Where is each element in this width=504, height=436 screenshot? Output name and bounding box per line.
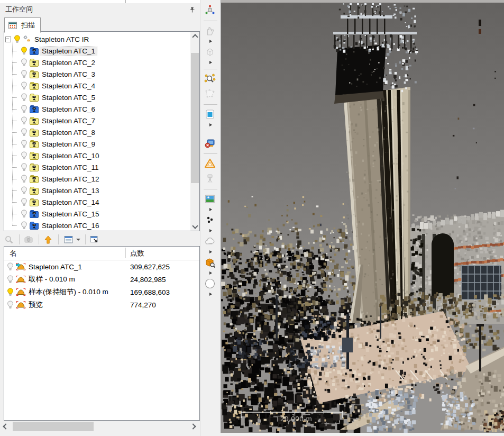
bulb-off-icon[interactable] (20, 163, 28, 171)
tree-item-label[interactable]: Stapleton ATC_12 (40, 175, 101, 184)
station-button[interactable] (203, 171, 218, 185)
bulb-off-icon[interactable] (20, 58, 28, 67)
sphere-button-flyout[interactable] (209, 292, 212, 297)
tree-item-label[interactable]: Stapleton ATC_8 (40, 128, 97, 137)
row-name[interactable]: 取样 - 0.010 m (29, 275, 75, 284)
pointcloud-render[interactable] (221, 0, 504, 433)
bulb-on-icon[interactable] (6, 288, 14, 296)
tree-scrollbar-thumb[interactable] (191, 53, 199, 183)
bulb-off-icon[interactable] (20, 186, 28, 195)
open-window-button[interactable] (87, 233, 104, 246)
image-mode-button-flyout[interactable] (209, 207, 212, 212)
scan-delete-button[interactable] (203, 136, 218, 150)
tree-item-stapleton-atc-15[interactable]: Stapleton ATC_15 (4, 208, 190, 220)
image-mode-button[interactable] (203, 192, 218, 206)
mesh-button[interactable] (203, 157, 218, 170)
pan-button[interactable] (203, 24, 218, 38)
tree-item-stapleton-atc-14[interactable]: Stapleton ATC_14 (4, 196, 190, 208)
limit-box-button[interactable] (203, 107, 218, 121)
row-name[interactable]: Stapleton ATC_1 (29, 263, 82, 271)
bulb-off-icon[interactable] (20, 93, 28, 102)
tree-item-label[interactable]: Stapleton ATC_4 (40, 81, 97, 90)
tree-item-label[interactable]: Stapleton ATC_16 (40, 221, 101, 230)
pin-panel-button[interactable] (188, 5, 198, 14)
tree-item-label[interactable]: Stapleton ATC_5 (40, 93, 97, 102)
bulb-off-icon[interactable] (20, 151, 28, 160)
bulb-off-icon[interactable] (6, 275, 14, 284)
tree-item-stapleton-atc-13[interactable]: Stapleton ATC_13 (4, 185, 190, 196)
tree-item-stapleton-atc-9[interactable]: Stapleton ATC_9 (4, 138, 190, 150)
bulb-off-icon[interactable] (20, 70, 28, 78)
tree-item-label[interactable]: Stapleton ATC_10 (40, 151, 101, 160)
box-zoom-button[interactable] (203, 256, 218, 269)
scroll-left-button[interactable] (0, 421, 10, 432)
cloud-button[interactable] (203, 234, 218, 248)
tree-item-stapleton-atc-7[interactable]: Stapleton ATC_7 (4, 115, 190, 126)
dropdown-caret-icon[interactable] (76, 239, 80, 241)
column-separator[interactable] (125, 248, 126, 258)
tree-item-label[interactable]: Stapleton ATC_2 (40, 58, 97, 67)
column-points-header[interactable]: 点数 (130, 249, 144, 258)
tree-item-label[interactable]: Stapleton ATC_6 (40, 105, 97, 114)
row-name[interactable]: 预览 (29, 300, 43, 310)
tree-item-stapleton-atc-16[interactable]: Stapleton ATC_16 (4, 220, 190, 231)
bulb-off-icon[interactable] (20, 105, 28, 113)
box-zoom-button-flyout[interactable] (209, 270, 212, 276)
tree-item-stapleton-atc-11[interactable]: Stapleton ATC_11 (4, 161, 190, 173)
bulb-off-icon[interactable] (6, 301, 14, 309)
tree-item-label[interactable]: Stapleton ATC_15 (40, 210, 101, 219)
home-viewcube-button[interactable] (203, 3, 218, 17)
bulb-off-icon[interactable] (20, 116, 28, 125)
zoom-search-button[interactable] (1, 233, 18, 246)
tree-item-stapleton-atc-3[interactable]: Stapleton ATC_3 (4, 68, 190, 80)
tree-vertical-scrollbar[interactable] (190, 32, 199, 231)
move-up-button[interactable] (40, 233, 57, 246)
bulb-off-icon[interactable] (20, 210, 28, 218)
tree-item-stapleton-atc-12[interactable]: Stapleton ATC_12 (4, 173, 190, 185)
tree-item-label[interactable]: Stapleton ATC_3 (40, 70, 97, 79)
viewport-3d[interactable]: 20.000 m (221, 0, 504, 433)
tree-item-label[interactable]: Stapleton ATC_7 (40, 116, 97, 125)
fence-select-button[interactable] (203, 87, 218, 101)
cloud-button-flyout[interactable] (209, 249, 212, 255)
tree-item-stapleton-atc-4[interactable]: Stapleton ATC_4 (4, 80, 190, 92)
tree-item-label[interactable]: Stapleton ATC_1 (40, 47, 97, 56)
bulb-off-icon[interactable] (20, 198, 28, 206)
tree-item-label[interactable]: Stapleton ATC_13 (40, 186, 101, 195)
tree-item-label[interactable]: Stapleton ATC_11 (40, 163, 100, 172)
bulb-off-icon[interactable] (20, 175, 28, 183)
column-name-header[interactable]: 名 (10, 249, 17, 258)
details-horizontal-scrollbar[interactable] (0, 421, 200, 432)
sphere-button[interactable] (203, 277, 218, 290)
scroll-down-button[interactable] (190, 222, 199, 231)
tree-item-label[interactable]: Stapleton ATC_14 (40, 198, 101, 207)
bulb-on-icon[interactable] (13, 35, 21, 43)
bulb-off-icon[interactable] (20, 81, 28, 90)
pan-button-flyout[interactable] (209, 39, 212, 44)
bulb-off-icon[interactable] (20, 221, 28, 230)
details-row[interactable]: 样本(保持细节) - 0.010 m169,688,603 (4, 286, 199, 298)
list-view-button[interactable] (60, 233, 84, 246)
scroll-up-button[interactable] (190, 32, 199, 40)
tree-item-stapleton-atc-1[interactable]: Stapleton ATC_1 (4, 45, 190, 57)
tree-item-stapleton-atc-10[interactable]: Stapleton ATC_10 (4, 150, 190, 161)
tree-item-stapleton-atc-6[interactable]: Stapleton ATC_6 (4, 103, 190, 115)
tree-item-stapleton-atc-8[interactable]: Stapleton ATC_8 (4, 126, 190, 138)
row-name[interactable]: 样本(保持细节) - 0.010 m (29, 287, 108, 297)
bulb-off-icon[interactable] (6, 262, 14, 271)
bulb-off-icon[interactable] (20, 128, 28, 137)
tree-root-label[interactable]: Stapleton ATC IR (33, 35, 90, 44)
tree-root-item[interactable]: Stapleton ATC IR (4, 33, 190, 45)
tab-scan[interactable]: 扫描 (4, 17, 41, 33)
horizontal-scrollbar-thumb[interactable] (13, 422, 94, 431)
view-cube-button[interactable] (203, 45, 218, 59)
details-row[interactable]: 预览774,270 (4, 298, 199, 311)
limit-box-button-flyout[interactable] (209, 122, 212, 128)
point-render-button-flyout[interactable] (209, 228, 212, 233)
bulb-off-icon[interactable] (20, 140, 28, 148)
details-row[interactable]: Stapleton ATC_1309,627,625 (4, 260, 199, 273)
tree-item-stapleton-atc-5[interactable]: Stapleton ATC_5 (4, 92, 190, 103)
collapse-expander-icon[interactable] (5, 37, 11, 42)
scroll-right-button[interactable] (189, 421, 198, 432)
orbit-zoom-button[interactable] (203, 72, 218, 86)
